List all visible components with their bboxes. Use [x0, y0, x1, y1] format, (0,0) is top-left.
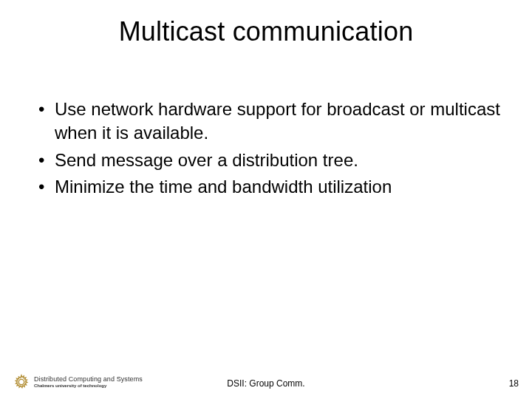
list-item: Use network hardware support for broadca…: [38, 98, 502, 146]
page-number: 18: [509, 378, 519, 389]
slide: Multicast communication Use network hard…: [0, 0, 532, 399]
footer-center-text: DSII: Group Comm.: [0, 378, 532, 389]
list-item: Minimize the time and bandwidth utilizat…: [38, 175, 502, 199]
slide-content: Use network hardware support for broadca…: [38, 98, 502, 202]
bullet-list: Use network hardware support for broadca…: [38, 98, 502, 200]
slide-title: Multicast communication: [0, 16, 532, 47]
footer: Distributed Computing and Systems Chalme…: [0, 366, 532, 389]
list-item: Send message over a distribution tree.: [38, 149, 502, 172]
